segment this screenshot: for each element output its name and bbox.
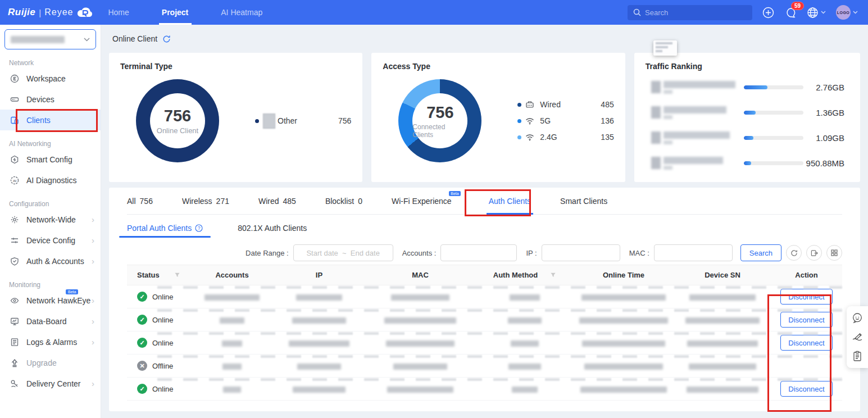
online-time-redacted — [580, 387, 667, 393]
sidebar-item-ai-diagnostics[interactable]: AI AI Diagnostics — [0, 170, 101, 190]
tab-blocklist[interactable]: Blocklist0 — [325, 188, 362, 214]
legend-label: 2.4G — [540, 133, 580, 142]
tab-auth-clients[interactable]: Auth Clients — [489, 188, 531, 214]
feedback-pen-icon[interactable] — [852, 332, 863, 342]
sidebar-item-logs-alarms[interactable]: Logs & Alarms › — [0, 331, 101, 352]
online-time-redacted — [581, 294, 666, 301]
legend-dot — [517, 119, 521, 123]
help-icon[interactable]: ? — [195, 224, 203, 232]
nav-item-project[interactable]: Project — [162, 0, 188, 25]
mac-input[interactable] — [654, 244, 733, 261]
chevron-right-icon: › — [92, 337, 94, 347]
sidebar-item-network-hawkeye[interactable]: Network HawkEye Beta › — [0, 290, 101, 311]
sidebar-item-delivery-center[interactable]: Delivery Center › — [0, 373, 101, 394]
brand-logo[interactable]: Ruijie | Reyee — [0, 6, 101, 19]
top-navbar: Ruijie | Reyee Home Project AI Heatmap 5… — [0, 0, 868, 25]
refresh-icon[interactable] — [162, 35, 171, 43]
export-button[interactable] — [806, 245, 822, 261]
tab-smart-clients[interactable]: Smart Clients — [560, 188, 607, 214]
date-range-input[interactable] — [293, 244, 393, 261]
filter-funnel-icon[interactable] — [174, 272, 180, 278]
nav-label: AI Heatmap — [221, 8, 262, 17]
status-text: Offline — [152, 362, 173, 370]
smart-config-icon — [10, 155, 19, 164]
chevron-down-icon — [853, 11, 858, 14]
subtab-portal-auth-clients[interactable]: Portal Auth Clients ? — [127, 215, 203, 241]
tab-all[interactable]: All756 — [127, 188, 153, 214]
svg-text:AI: AI — [13, 179, 16, 182]
nav-item-ai-heatmap[interactable]: AI Heatmap — [221, 0, 262, 25]
table-row: ✓Online Disconnect — [127, 378, 842, 401]
search-button[interactable]: Search — [740, 244, 781, 261]
language-selector[interactable] — [807, 7, 826, 19]
ip-redacted — [292, 317, 346, 324]
col-online-time: Online Time — [603, 271, 644, 279]
online-time-redacted — [582, 340, 665, 347]
disconnect-button[interactable]: Disconnect — [780, 289, 832, 305]
network-name-redacted — [11, 36, 65, 43]
account-menu[interactable]: LOGO — [836, 5, 858, 20]
legend-dot — [517, 103, 521, 107]
sidebar-group-network: Network — [9, 59, 101, 67]
add-project-button[interactable] — [762, 7, 774, 19]
tab-count: 0 — [358, 197, 362, 206]
client-name-redacted — [651, 131, 744, 144]
tab-wifi-experience[interactable]: Wi-Fi ExperienceBeta — [392, 188, 452, 214]
ip-redacted — [297, 364, 341, 370]
sidebar-item-data-board[interactable]: Data-Board › — [0, 311, 101, 331]
filter-funnel-icon[interactable] — [550, 272, 556, 278]
traffic-value: 2.76GB — [803, 83, 849, 92]
table-row: ✓Online Disconnect — [127, 308, 842, 331]
sidebar-item-label: AI Diagnostics — [26, 176, 76, 185]
navbar-right: 59 LOGO — [628, 5, 868, 20]
col-accounts: Accounts — [215, 271, 248, 279]
notifications-button[interactable]: 59 — [784, 7, 797, 19]
accounts-label: Accounts : — [402, 249, 437, 257]
column-settings-button[interactable] — [826, 245, 842, 261]
sidebar-item-smart-config[interactable]: Smart Config — [0, 149, 101, 170]
sidebar-item-auth-accounts[interactable]: Auth & Accounts › — [0, 251, 101, 271]
legend-label: Other — [278, 116, 318, 125]
ip-input[interactable] — [542, 244, 620, 261]
sidebar-item-label: Upgrade — [26, 358, 57, 367]
legend-row-wired: Wired 485 — [517, 100, 613, 109]
wifi-icon — [525, 134, 540, 141]
nav-item-home[interactable]: Home — [108, 0, 129, 25]
client-name-redacted — [651, 81, 744, 94]
disconnect-button[interactable]: Disconnect — [780, 312, 832, 328]
sliders-icon — [10, 236, 19, 245]
sidebar-item-label: Data-Board — [26, 317, 67, 326]
mac-redacted — [393, 364, 447, 370]
tab-label: Wireless — [182, 197, 212, 206]
sidebar-item-clients[interactable]: Clients — [0, 110, 101, 130]
network-select-dropdown[interactable] — [4, 29, 96, 49]
sidebar-item-workspace[interactable]: Workspace — [0, 68, 101, 89]
sidebar-item-devices[interactable]: Devices — [0, 89, 101, 110]
sidebar-item-upgrade[interactable]: Upgrade — [0, 352, 101, 373]
refresh-table-button[interactable] — [786, 245, 802, 261]
nav-label: Home — [108, 8, 129, 17]
tab-wireless[interactable]: Wireless271 — [182, 188, 229, 214]
global-search[interactable] — [628, 5, 752, 20]
search-input[interactable] — [645, 8, 747, 17]
sidebar-item-device-config[interactable]: Device Config › — [0, 230, 101, 251]
sidebar-item-network-wide[interactable]: Network-Wide › — [0, 209, 101, 230]
subtab-8021x-auth-clients[interactable]: 802.1X Auth Clients — [238, 215, 307, 241]
disconnect-button[interactable]: Disconnect — [780, 381, 832, 397]
disconnect-button[interactable]: Disconnect — [780, 335, 832, 351]
live-chat-icon[interactable] — [852, 312, 863, 324]
table-header: Status Accounts IP MAC Auth Method Onlin… — [127, 265, 842, 285]
sidebar-item-label: Device Config — [26, 236, 75, 245]
accounts-input[interactable] — [440, 244, 517, 261]
col-device-sn: Device SN — [705, 271, 740, 279]
auth-subtabs: Portal Auth Clients ? 802.1X Auth Client… — [127, 215, 842, 241]
clipboard-icon[interactable] — [852, 351, 862, 362]
tab-wired[interactable]: Wired485 — [258, 188, 296, 214]
shield-icon — [10, 257, 19, 266]
ip-redacted — [293, 387, 346, 393]
tab-label: Blocklist — [325, 197, 354, 206]
table-row: ✓Online Disconnect — [127, 331, 842, 355]
auth-method-redacted — [511, 340, 539, 347]
status-text: Online — [152, 339, 174, 347]
beta-badge: Beta — [66, 289, 78, 294]
